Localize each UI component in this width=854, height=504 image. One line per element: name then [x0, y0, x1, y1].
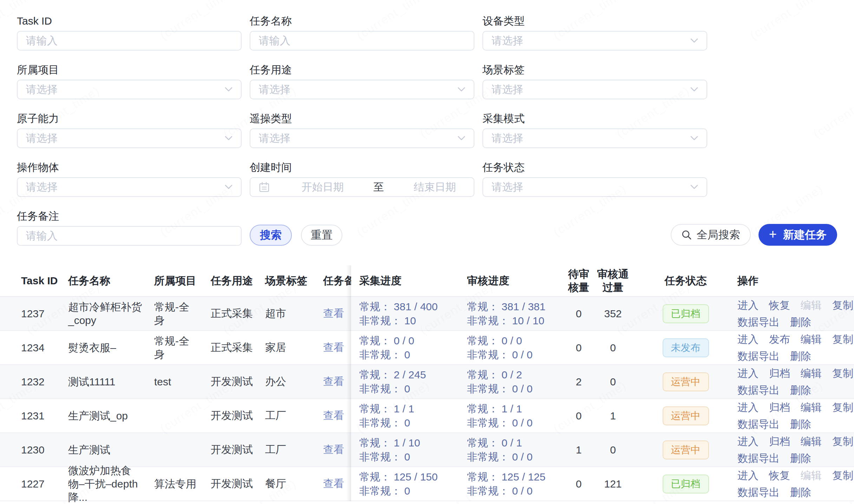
header-remark: 任务备注: [323, 274, 351, 288]
filter-select-scene_tag[interactable]: 请选择: [482, 80, 707, 99]
filter-field-device_type: 设备类型请选择: [482, 14, 707, 51]
action-link[interactable]: 删除: [790, 383, 811, 397]
action-link[interactable]: 复制: [832, 298, 853, 312]
view-remark-link[interactable]: 查看: [323, 307, 344, 319]
action-link[interactable]: 复制: [832, 332, 853, 346]
cell-review-progress: 常规： 0 / 1非常规： 0 / 0: [467, 436, 565, 464]
action-link[interactable]: 编辑: [801, 400, 822, 415]
filter-select-collect_mode[interactable]: 请选择: [482, 128, 707, 148]
action-link[interactable]: 数据导出: [737, 383, 780, 397]
action-link[interactable]: 删除: [790, 349, 811, 363]
action-link[interactable]: 进入: [737, 400, 758, 415]
global-search-button[interactable]: 全局搜索: [671, 224, 751, 246]
filter-field-task_remark: 任务备注: [17, 209, 242, 246]
collect-regular: 常规： 1 / 10: [359, 436, 467, 450]
filter-field-collect_mode: 采集模式请选择: [482, 112, 707, 148]
cell-task-name: 微波炉加热食物–干扰–depth降...: [68, 464, 154, 504]
cell-task-id: 1230: [0, 444, 68, 456]
action-link[interactable]: 进入: [737, 298, 758, 312]
create-task-button[interactable]: + 新建任务: [758, 224, 837, 246]
cell-collect-progress: 常规： 0 / 0非常规： 0: [351, 334, 467, 362]
table-row: 1237超市冷鲜柜补货_copy常规-全身正式采集超市查看常规： 381 / 4…: [0, 297, 854, 331]
select-placeholder: 请选择: [492, 180, 523, 194]
view-remark-link[interactable]: 查看: [323, 478, 344, 489]
action-link[interactable]: 数据导出: [737, 349, 780, 363]
cell-purpose: 开发测试: [211, 477, 265, 491]
action-link[interactable]: 复制: [832, 366, 853, 380]
chevron-down-icon: [690, 136, 698, 141]
collect-irregular: 非常规： 0: [359, 348, 467, 362]
action-link[interactable]: 复制: [832, 469, 853, 483]
filter-select-project[interactable]: 请选择: [17, 80, 242, 99]
filter-daterange-create_time[interactable]: 开始日期至结束日期: [250, 177, 474, 197]
action-link[interactable]: 归档: [769, 366, 790, 380]
action-link[interactable]: 复制: [832, 435, 853, 449]
action-links: 进入发布编辑复制数据导出删除: [737, 332, 854, 363]
filter-select-device_type[interactable]: 请选择: [482, 31, 707, 51]
action-link[interactable]: 数据导出: [737, 315, 780, 329]
cell-remark: 查看: [323, 443, 351, 457]
filter-select-object[interactable]: 请选择: [17, 177, 242, 197]
filter-action-row: 任务备注 搜索 重置 全局搜索 + 新建任务: [17, 209, 837, 246]
action-link[interactable]: 数据导出: [737, 485, 780, 499]
chevron-down-icon: [225, 87, 232, 92]
action-link[interactable]: 归档: [769, 400, 790, 415]
view-remark-link[interactable]: 查看: [323, 376, 344, 387]
action-link[interactable]: 进入: [737, 435, 758, 449]
action-link[interactable]: 编辑: [801, 435, 822, 449]
action-link[interactable]: 删除: [790, 451, 811, 465]
cell-status: 运营中: [634, 440, 737, 459]
filter-select-teleop_type[interactable]: 请选择: [250, 128, 474, 148]
collect-irregular: 非常规： 0: [359, 382, 467, 396]
cell-task-id: 1227: [0, 478, 68, 490]
action-links: 进入归档编辑复制数据导出删除: [737, 400, 854, 431]
cell-purpose: 正式采集: [211, 306, 265, 321]
cell-passed-count: 0: [592, 341, 634, 354]
cell-status: 运营中: [634, 372, 737, 391]
search-button[interactable]: 搜索: [250, 225, 292, 246]
action-link[interactable]: 删除: [790, 315, 811, 329]
header-actions: 操作: [737, 274, 854, 288]
table-row: 1227微波炉加热食物–干扰–depth降...算法专用开发测试餐厅查看常规： …: [0, 467, 854, 501]
filter-input-task_name[interactable]: [250, 31, 474, 51]
action-link[interactable]: 编辑: [801, 332, 822, 346]
action-link[interactable]: 发布: [769, 332, 790, 346]
view-remark-link[interactable]: 查看: [323, 444, 344, 455]
reset-button[interactable]: 重置: [301, 225, 342, 246]
filter-select-atomic_ability[interactable]: 请选择: [17, 128, 242, 148]
filter-select-task_status[interactable]: 请选择: [482, 177, 707, 197]
action-link[interactable]: 进入: [737, 366, 758, 380]
filter-field-scene_tag: 场景标签请选择: [482, 63, 707, 99]
review-regular: 常规： 0 / 1: [467, 436, 565, 450]
action-link[interactable]: 编辑: [801, 366, 822, 380]
cell-collect-progress: 常规： 1 / 1非常规： 0: [351, 402, 467, 430]
action-link[interactable]: 归档: [769, 435, 790, 449]
filter-input-task_remark[interactable]: [17, 226, 242, 246]
cell-task-name: 超市冷鲜柜补货_copy: [68, 300, 154, 327]
action-link[interactable]: 进入: [737, 469, 758, 483]
action-link[interactable]: 删除: [790, 417, 811, 431]
collect-regular: 常规： 1 / 1: [359, 402, 467, 416]
filter-grid: Task ID任务名称设备类型请选择所属项目请选择任务用途请选择场景标签请选择原…: [17, 14, 837, 197]
field-label: 采集模式: [482, 112, 707, 126]
filter-input-task_id[interactable]: [17, 31, 242, 51]
cell-project: 算法专用: [154, 477, 211, 491]
cell-scene: 工厂: [265, 409, 323, 423]
collect-irregular: 非常规： 0: [359, 416, 467, 430]
chevron-down-icon: [458, 136, 465, 141]
filter-select-purpose[interactable]: 请选择: [250, 80, 474, 99]
action-link[interactable]: 数据导出: [737, 417, 780, 431]
action-link[interactable]: 复制: [832, 400, 853, 415]
view-remark-link[interactable]: 查看: [323, 410, 344, 421]
action-link[interactable]: 删除: [790, 485, 811, 499]
action-link[interactable]: 进入: [737, 332, 758, 346]
action-link[interactable]: 恢复: [769, 298, 790, 312]
cell-remark: 查看: [323, 340, 351, 355]
action-link[interactable]: 恢复: [769, 469, 790, 483]
chevron-down-icon: [690, 185, 698, 190]
view-remark-link[interactable]: 查看: [323, 341, 344, 353]
cell-purpose: 开发测试: [211, 374, 265, 389]
filter-field-atomic_ability: 原子能力请选择: [17, 112, 242, 148]
action-link[interactable]: 数据导出: [737, 451, 780, 465]
table-row: 1231生产测试_op开发测试工厂查看常规： 1 / 1非常规： 0常规： 1 …: [0, 399, 854, 433]
